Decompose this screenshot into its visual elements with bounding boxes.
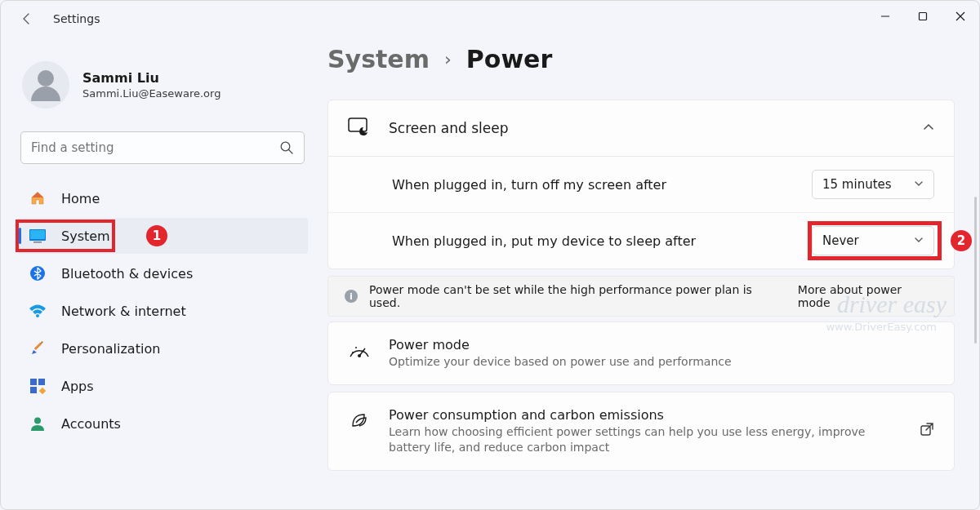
info-message: Power mode can't be set while the high p… [369, 283, 786, 309]
brush-icon [29, 339, 47, 357]
back-icon[interactable] [20, 12, 33, 25]
annotation-badge-1: 1 [146, 225, 167, 246]
screen-sleep-body: When plugged in, turn off my screen afte… [328, 156, 954, 268]
profile-block[interactable]: Sammi Liu Sammi.Liu@Easeware.org [17, 37, 308, 131]
screen-sleep-header[interactable]: Screen and sleep [328, 100, 954, 156]
screen-off-row: When plugged in, turn off my screen afte… [328, 157, 954, 212]
avatar [22, 61, 69, 109]
svg-point-8 [36, 314, 39, 317]
sidebar-item-apps[interactable]: Apps [17, 368, 308, 404]
nav-label: Home [61, 191, 100, 206]
search-icon [279, 140, 294, 155]
power-mode-desc: Optimize your device based on power use … [389, 354, 732, 370]
svg-rect-16 [349, 118, 367, 131]
window-controls [866, 1, 979, 32]
maximize-button[interactable] [904, 1, 942, 32]
sidebar-item-system[interactable]: System 1 [17, 218, 308, 254]
sidebar-item-personalization[interactable]: Personalization [17, 330, 308, 366]
search-box[interactable] [20, 131, 305, 164]
window-title: Settings [53, 12, 100, 25]
svg-rect-13 [30, 387, 37, 393]
chevron-up-icon [923, 121, 934, 136]
nav-label: Bluetooth & devices [61, 266, 193, 282]
chevron-down-icon [914, 177, 924, 192]
screen-off-value: 15 minutes [822, 177, 892, 192]
person-icon [29, 415, 47, 432]
power-mode-title: Power mode [389, 337, 732, 353]
screen-off-label: When plugged in, turn off my screen afte… [392, 177, 666, 193]
search-input[interactable] [31, 140, 279, 155]
svg-rect-11 [30, 379, 37, 385]
nav-label: Apps [61, 379, 94, 394]
titlebar: Settings [1, 1, 979, 37]
svg-point-19 [352, 352, 354, 353]
sidebar-item-network[interactable]: Network & internet [17, 293, 308, 329]
sidebar-item-home[interactable]: Home [17, 180, 308, 216]
nav-label: System [61, 228, 110, 244]
svg-rect-6 [33, 242, 42, 243]
bluetooth-icon [29, 264, 47, 282]
power-mode-info: i Power mode can't be set while the high… [327, 276, 955, 317]
screen-sleep-icon [348, 117, 371, 140]
svg-line-3 [289, 150, 293, 154]
svg-rect-14 [39, 388, 46, 394]
sleep-row: When plugged in, put my device to sleep … [328, 212, 954, 268]
breadcrumb: System › Power [327, 45, 955, 73]
sidebar-item-bluetooth[interactable]: Bluetooth & devices [17, 255, 308, 291]
sidebar-item-accounts[interactable]: Accounts [17, 406, 308, 441]
nav-label: Personalization [61, 341, 160, 357]
carbon-card[interactable]: Power consumption and carbon emissions L… [327, 392, 955, 471]
nav-label: Network & internet [61, 304, 186, 319]
chevron-down-icon [914, 233, 924, 248]
info-icon: i [345, 290, 358, 303]
content-area: System › Power Screen and sleep When pl [327, 37, 979, 509]
open-external-icon[interactable] [920, 422, 934, 440]
breadcrumb-parent[interactable]: System [327, 45, 430, 73]
svg-point-20 [355, 347, 357, 348]
minimize-button[interactable] [866, 1, 904, 32]
system-icon [29, 227, 47, 245]
screen-sleep-label: Screen and sleep [389, 120, 509, 136]
power-mode-card[interactable]: Power mode Optimize your device based on… [327, 322, 955, 385]
sleep-label: When plugged in, put my device to sleep … [392, 233, 696, 249]
nav-label: Accounts [61, 416, 121, 432]
sidebar: Sammi Liu Sammi.Liu@Easeware.org Home [1, 37, 327, 509]
apps-icon [29, 377, 47, 395]
svg-rect-12 [38, 379, 45, 385]
info-link[interactable]: More about power mode [798, 283, 938, 309]
scrollbar[interactable] [974, 197, 977, 344]
svg-rect-1 [920, 13, 927, 20]
screen-sleep-card: Screen and sleep When plugged in, turn o… [327, 100, 955, 269]
gauge-icon [348, 339, 371, 361]
svg-rect-5 [30, 230, 45, 239]
carbon-title: Power consumption and carbon emissions [389, 407, 902, 423]
profile-name: Sammi Liu [82, 70, 220, 86]
home-icon [29, 189, 47, 207]
profile-email: Sammi.Liu@Easeware.org [82, 87, 220, 100]
settings-window: Settings Sammi Liu Sammi.Liu@Easeware.or… [0, 0, 980, 510]
sleep-value: Never [822, 233, 859, 248]
close-button[interactable] [942, 1, 979, 32]
sleep-select[interactable]: Never [812, 226, 934, 255]
main-layout: Sammi Liu Sammi.Liu@Easeware.org Home [1, 37, 979, 509]
breadcrumb-current: Power [466, 45, 552, 73]
nav-list: Home System 1 Bluetooth & devices [17, 180, 308, 441]
annotation-badge-2: 2 [951, 230, 972, 251]
chevron-right-icon: › [444, 49, 452, 69]
carbon-desc: Learn how choosing efficient power setti… [389, 424, 902, 455]
svg-point-15 [34, 418, 41, 424]
screen-off-select[interactable]: 15 minutes [812, 170, 934, 199]
leaf-icon [348, 409, 371, 432]
wifi-icon [29, 302, 47, 320]
